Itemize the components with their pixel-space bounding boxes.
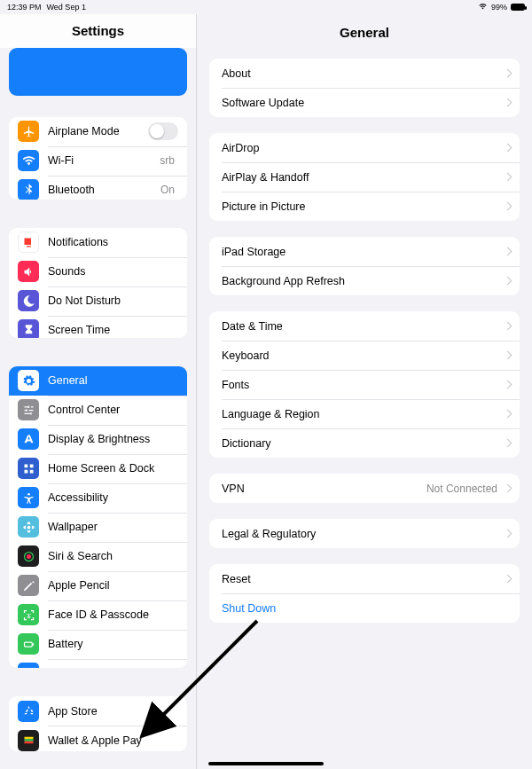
svg-rect-5 <box>32 643 33 646</box>
sidebar-item-label: Face ID & Passcode <box>48 608 178 621</box>
status-battery-pct: 99% <box>491 3 507 12</box>
row-software-update[interactable]: Software Update <box>209 88 520 117</box>
svg-point-0 <box>27 492 30 495</box>
row-legal[interactable]: Legal & Regulatory <box>209 519 520 548</box>
sidebar-item-accessibility[interactable]: Accessibility <box>9 483 187 513</box>
sidebar-item-sounds[interactable]: Sounds <box>9 257 187 286</box>
sidebar-group-notify: Notifications Sounds Do Not Disturb Scre… <box>9 228 187 338</box>
grid-icon <box>18 458 39 479</box>
pencil-icon <box>18 575 39 596</box>
sidebar-title: Settings <box>0 14 196 48</box>
status-time: 12:39 PM <box>7 3 42 12</box>
sidebar-item-label: General <box>48 374 178 387</box>
chevron-right-icon <box>504 247 512 256</box>
row-about[interactable]: About <box>209 59 520 88</box>
sidebar-group-connectivity: Airplane Mode Wi-Fi srb Bluetooth On <box>9 117 187 200</box>
sidebar-item-privacy[interactable]: Privacy <box>9 659 187 668</box>
row-label: Background App Refresh <box>222 275 501 287</box>
chevron-right-icon <box>504 381 512 389</box>
hourglass-icon <box>18 319 39 337</box>
wallet-icon <box>18 730 39 751</box>
sidebar-item-label: Control Center <box>48 404 178 416</box>
row-vpn[interactable]: VPNNot Connected <box>209 474 520 503</box>
row-label: Date & Time <box>222 320 501 333</box>
row-bgrefresh[interactable]: Background App Refresh <box>209 266 520 295</box>
sidebar-item-label: Notifications <box>48 236 178 248</box>
row-fonts[interactable]: Fonts <box>209 370 520 399</box>
sidebar-item-dnd[interactable]: Do Not Disturb <box>9 286 187 316</box>
row-label: About <box>222 67 501 80</box>
sidebar-item-wallet[interactable]: Wallet & Apple Pay <box>9 726 187 751</box>
sidebar-item-faceid[interactable]: Face ID & Passcode <box>9 600 187 630</box>
chevron-right-icon <box>504 351 512 360</box>
sidebar-item-label: Apple Pencil <box>48 579 178 592</box>
svg-rect-8 <box>24 742 33 744</box>
row-airplay[interactable]: AirPlay & Handoff <box>209 162 520 192</box>
speaker-icon <box>18 261 39 282</box>
sidebar-item-label: Display & Brightness <box>48 433 178 445</box>
sidebar-item-label: Accessibility <box>48 491 178 504</box>
svg-rect-4 <box>24 642 32 647</box>
row-shutdown[interactable]: Shut Down <box>209 593 520 623</box>
row-label: Shut Down <box>222 602 511 615</box>
sidebar-item-label: Sounds <box>48 265 178 278</box>
sidebar-item-wifi[interactable]: Wi-Fi srb <box>9 146 187 176</box>
apple-id-card[interactable] <box>9 48 187 96</box>
row-storage[interactable]: iPad Storage <box>209 237 520 266</box>
chevron-right-icon <box>504 173 512 182</box>
row-label: Picture in Picture <box>222 200 501 213</box>
sidebar-item-battery[interactable]: Battery <box>9 630 187 659</box>
airplane-icon <box>18 121 39 142</box>
row-keyboard[interactable]: Keyboard <box>209 341 520 370</box>
sliders-icon <box>18 399 39 420</box>
sidebar-item-label: Battery <box>48 638 178 650</box>
sidebar-item-screentime[interactable]: Screen Time <box>9 316 187 338</box>
row-label: AirPlay & Handoff <box>222 171 501 184</box>
wifi-icon <box>18 150 39 171</box>
row-label: Dictionary <box>222 437 501 450</box>
row-language[interactable]: Language & Region <box>209 399 520 428</box>
sidebar-item-notifications[interactable]: Notifications <box>9 228 187 257</box>
row-label: Reset <box>222 573 501 585</box>
chevron-right-icon <box>504 439 512 448</box>
sidebar-item-siri[interactable]: Siri & Search <box>9 542 187 571</box>
sidebar-item-bluetooth[interactable]: Bluetooth On <box>9 176 187 200</box>
gear-icon <box>18 370 39 391</box>
row-pip[interactable]: Picture in Picture <box>209 192 520 221</box>
row-label: Legal & Regulatory <box>222 528 501 540</box>
sidebar-item-airplane[interactable]: Airplane Mode <box>9 117 187 146</box>
sidebar-item-label: Bluetooth <box>48 184 160 196</box>
sidebar-item-pencil[interactable]: Apple Pencil <box>9 571 187 600</box>
hand-icon <box>18 663 39 668</box>
chevron-right-icon <box>504 277 512 286</box>
row-airdrop[interactable]: AirDrop <box>209 133 520 162</box>
chevron-right-icon <box>504 69 512 78</box>
sidebar-item-homescreen[interactable]: Home Screen & Dock <box>9 454 187 483</box>
flower-icon <box>18 516 39 538</box>
sidebar-item-appstore[interactable]: App Store <box>9 696 187 726</box>
sidebar-item-wallpaper[interactable]: Wallpaper <box>9 513 187 542</box>
svg-rect-6 <box>24 737 33 740</box>
sidebar-group-general: General Control Center Display & Brightn… <box>9 366 187 668</box>
row-dictionary[interactable]: Dictionary <box>209 428 520 458</box>
svg-point-1 <box>27 525 30 529</box>
sidebar-item-controlcenter[interactable]: Control Center <box>9 396 187 425</box>
chevron-right-icon <box>504 322 512 331</box>
status-date: Wed Sep 1 <box>47 3 86 12</box>
chevron-right-icon <box>504 144 512 153</box>
airplane-toggle[interactable] <box>148 122 178 140</box>
row-label: Keyboard <box>222 349 501 362</box>
sidebar-item-display[interactable]: Display & Brightness <box>9 425 187 454</box>
svg-rect-7 <box>24 739 33 742</box>
sidebar-item-label: Siri & Search <box>48 550 178 562</box>
face-icon <box>18 604 39 625</box>
row-reset[interactable]: Reset <box>209 564 520 593</box>
battery-icon <box>18 633 39 655</box>
main-title: General <box>197 14 532 50</box>
sidebar-item-label: Screen Time <box>48 324 178 336</box>
row-value: Not Connected <box>426 483 497 495</box>
sidebar-item-general[interactable]: General <box>9 366 187 396</box>
bell-icon <box>18 231 39 253</box>
row-datetime[interactable]: Date & Time <box>209 311 520 341</box>
row-label: iPad Storage <box>222 246 501 258</box>
